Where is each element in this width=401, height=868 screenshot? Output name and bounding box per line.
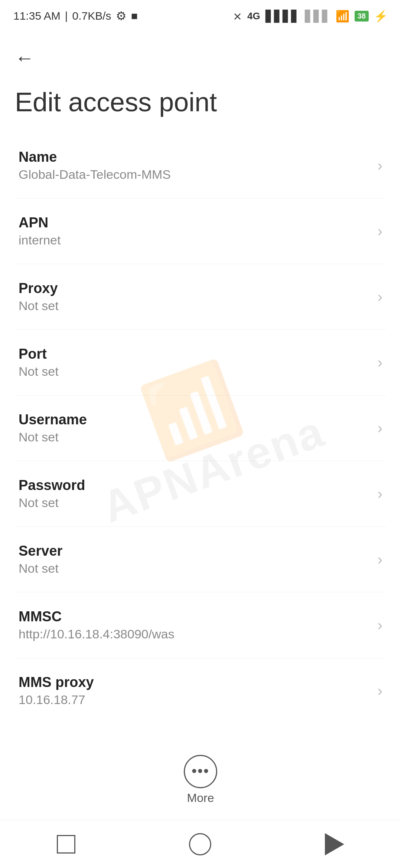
chevron-icon-mmsc: › [378,617,382,634]
settings-label-mms-proxy: MMS proxy [19,674,370,690]
status-right: ⨯ 4G ▋▋▋▋ ▋▋▋ 📶 38 ⚡ [233,10,388,23]
battery-indicator: 38 [355,11,369,22]
chevron-icon-password: › [378,486,382,502]
settings-item-username[interactable]: Username Not set › [15,395,386,461]
chevron-icon-server: › [378,551,382,568]
more-section: ••• More [0,755,401,805]
settings-value-port: Not set [19,364,370,379]
chevron-icon-mms-proxy: › [378,683,382,699]
settings-label-password: Password [19,477,370,493]
settings-label-name: Name [19,149,370,165]
settings-item-server[interactable]: Server Not set › [15,527,386,592]
nav-recents-button[interactable] [42,828,90,861]
nav-home-icon [189,833,211,855]
settings-value-proxy: Not set [19,299,370,313]
settings-item-mms-proxy[interactable]: MMS proxy 10.16.18.77 › [15,658,386,723]
settings-item-apn[interactable]: APN internet › [15,198,386,264]
nav-recents-icon [57,835,75,854]
page-title: Edit access point [0,79,401,133]
chevron-icon-apn: › [378,223,382,240]
settings-icon: ⚙ [116,9,127,23]
settings-value-password: Not set [19,496,370,510]
settings-item-name[interactable]: Name Global-Data-Telecom-MMS › [15,133,386,198]
settings-list: Name Global-Data-Telecom-MMS › APN inter… [0,133,401,723]
settings-value-apn: internet [19,233,370,247]
more-circle-icon: ••• [184,755,217,788]
nav-back-icon [325,833,344,855]
status-separator: | [65,10,68,22]
settings-label-mmsc: MMSC [19,609,370,625]
nav-home-button[interactable] [174,826,226,863]
settings-label-proxy: Proxy [19,280,370,296]
navigation-bar [0,820,401,868]
more-label: More [187,791,214,805]
settings-value-username: Not set [19,430,370,444]
wifi-icon: 📶 [336,10,349,23]
chevron-icon-port: › [378,354,382,371]
status-speed: 0.7KB/s [72,10,111,22]
settings-value-name: Global-Data-Telecom-MMS [19,167,370,182]
nav-back-button[interactable] [310,826,359,863]
battery-bolt-icon: ⚡ [374,10,388,23]
signal-bars2-icon: ▋▋▋ [305,10,330,23]
settings-item-proxy[interactable]: Proxy Not set › [15,264,386,330]
chevron-icon-proxy: › [378,289,382,305]
settings-value-mms-proxy: 10.16.18.77 [19,693,370,707]
status-left: 11:35 AM | 0.7KB/s ⚙ ■ [13,9,138,23]
settings-value-server: Not set [19,561,370,576]
more-dots-icon: ••• [192,763,209,779]
settings-label-apn: APN [19,215,370,231]
chevron-icon-username: › [378,420,382,437]
back-button[interactable]: ← [11,45,38,71]
video-icon: ■ [131,10,138,22]
bluetooth-icon: ⨯ [233,10,242,23]
chevron-icon-name: › [378,157,382,174]
settings-label-username: Username [19,412,370,428]
settings-item-mmsc[interactable]: MMSC http://10.16.18.4:38090/was › [15,592,386,658]
status-bar: 11:35 AM | 0.7KB/s ⚙ ■ ⨯ 4G ▋▋▋▋ ▋▋▋ 📶 3… [0,0,401,30]
status-time: 11:35 AM [13,10,61,22]
header: ← [0,30,401,79]
back-arrow-icon: ← [15,47,34,69]
settings-item-port[interactable]: Port Not set › [15,330,386,395]
signal-4g-icon: 4G [247,10,260,22]
settings-label-port: Port [19,346,370,362]
settings-item-password[interactable]: Password Not set › [15,461,386,527]
settings-label-server: Server [19,543,370,559]
settings-value-mmsc: http://10.16.18.4:38090/was [19,627,370,641]
more-button[interactable]: ••• More [184,755,217,805]
signal-bars-icon: ▋▋▋▋ [265,10,300,23]
